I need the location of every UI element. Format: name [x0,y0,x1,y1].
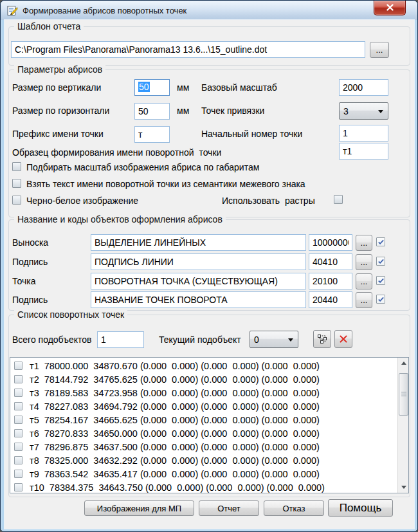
vertical-size-value: 50 [138,82,150,92]
object-browse-button[interactable]: ... [356,235,372,251]
object-enabled-checkbox[interactable] [376,276,385,285]
point-checkbox[interactable] [14,483,23,491]
images-for-mp-button[interactable]: Изображения для МП [84,500,194,516]
list-item[interactable]: т8 78325.000 34632.292 (0.000 0.000) (0.… [10,454,397,467]
list-item[interactable]: т7 78296.875 34637.500 (0.000 0.000) (0.… [10,440,397,454]
object-code-input[interactable] [309,253,352,270]
list-item[interactable]: т4 78227.083 34694.792 (0.000 0.000) (0.… [10,399,397,413]
close-button[interactable] [374,1,406,15]
horizontal-size-label: Размер по горизонтали [12,105,109,116]
point-checkbox[interactable] [14,429,23,437]
template-browse-button[interactable]: ... [370,42,389,58]
list-item[interactable]: т1 78000.000 34870.670 (0.000 0.000) (0.… [10,359,397,372]
scroll-down-icon [401,486,406,489]
list-item[interactable]: т9 78363.542 34635.417 (0.000 0.000) (0.… [10,467,397,481]
fit-scale-checkbox[interactable] [12,162,21,171]
point-checkbox[interactable] [14,375,23,383]
close-icon [386,2,394,14]
check-icon [377,258,385,265]
cancel-button[interactable]: Отказ [264,500,324,516]
objects-group-title: Название и коды объектов оформления абри… [14,214,226,225]
points-group-title: Список поворотных точек [14,309,127,320]
list-item[interactable]: т6 78270.833 34650.000 (0.000 0.000) (0.… [10,427,397,440]
dialog-client-area: Шаблон отчета ... Параметры абрисов Разм… [5,20,414,529]
current-subobject-select[interactable]: 0 [250,331,298,348]
list-item[interactable]: т5 78254.167 34665.625 (0.000 0.000) (0.… [10,413,397,427]
prefix-label: Префикс имени точки [12,129,104,139]
scroll-up-button[interactable] [398,358,409,369]
delete-subobject-button[interactable] [334,330,352,348]
object-enabled-checkbox[interactable] [376,295,385,304]
check-icon [377,239,385,246]
scroll-up-icon [401,362,406,365]
base-scale-label: Базовый масштаб [201,82,277,93]
name-from-semantics-checkbox[interactable] [12,179,21,188]
point-text: т2 78144.792 34765.625 (0.000 0.000) (0.… [30,374,320,385]
template-path-input[interactable] [11,41,365,58]
vertical-size-unit: мм [177,82,189,93]
sample-name-label: Образец формирования имени поворотной то… [12,147,221,158]
help-button[interactable]: Помощь [328,499,393,517]
object-name-input[interactable] [91,291,306,308]
object-name-input[interactable] [91,273,306,289]
sample-name-input[interactable] [339,143,388,160]
object-name-input[interactable] [91,253,306,270]
point-checkbox[interactable] [14,362,23,370]
object-code-input[interactable] [309,291,352,308]
black-white-checkbox[interactable] [12,196,21,205]
point-text: т3 78189.583 34723.958 (0.000 0.000) (0.… [30,388,320,398]
object-browse-button[interactable]: ... [356,273,372,289]
object-enabled-checkbox[interactable] [376,257,385,266]
dialog-window: Формирование абрисов поворотных точек Ша… [0,0,418,532]
anchor-points-label: Точек привязки [201,105,264,116]
object-enabled-checkbox[interactable] [376,237,385,246]
object-browse-button[interactable]: ... [356,292,372,308]
prefix-input[interactable] [134,126,170,143]
point-text: т9 78363.542 34635.417 (0.000 0.000) (0.… [30,469,320,479]
list-item[interactable]: т2 78144.792 34765.625 (0.000 0.000) (0.… [10,372,397,386]
base-scale-input[interactable] [339,79,388,96]
object-code-input[interactable] [309,273,352,289]
title-bar[interactable]: Формирование абрисов поворотных точек [1,1,417,20]
scroll-down-button[interactable] [398,482,409,493]
start-number-label: Начальный номер точки [201,129,302,139]
list-item[interactable]: т10 78384.375 34643.750 (0.000 0.000) (0… [10,481,397,493]
red-x-icon [338,334,349,344]
select-subobject-button[interactable] [313,330,331,348]
object-code-input[interactable] [309,234,352,251]
fit-scale-label: Подбирать масштаб изображения абриса по … [26,162,259,172]
report-button[interactable]: Отчет [199,500,259,516]
point-checkbox[interactable] [14,470,23,478]
point-checkbox[interactable] [14,443,23,451]
point-text: т6 78270.833 34650.000 (0.000 0.000) (0.… [30,428,320,439]
point-checkbox[interactable] [14,402,23,410]
window-title: Формирование абрисов поворотных точек [23,6,186,15]
chevron-down-icon [378,110,383,113]
point-checkbox[interactable] [14,456,23,464]
object-browse-button[interactable]: ... [356,254,372,270]
point-checkbox[interactable] [14,416,23,424]
object-row-label: Выноска [12,237,48,248]
object-name-input[interactable] [91,234,306,251]
name-from-semantics-label: Взять текст имени поворотной точки из се… [26,179,305,189]
vertical-size-input[interactable]: 50 [134,79,170,96]
points-listbox[interactable]: т1 78000.000 34870.670 (0.000 0.000) (0.… [10,357,409,493]
scrollbar-thumb[interactable] [399,373,408,416]
point-text: т7 78296.875 34637.500 (0.000 0.000) (0.… [30,442,320,452]
check-icon [377,296,385,303]
scrollbar-grip-icon [401,392,406,397]
total-subobjects-input[interactable] [97,331,144,348]
point-text: т1 78000.000 34870.670 (0.000 0.000) (0.… [30,361,320,371]
list-item[interactable]: т3 78189.583 34723.958 (0.000 0.000) (0.… [10,386,397,399]
horizontal-size-input[interactable] [134,103,170,120]
anchor-points-select[interactable]: 3 [339,102,388,120]
use-rasters-checkbox[interactable] [334,195,343,204]
vertical-size-label: Размер по вертикали [12,82,101,93]
vertical-scrollbar[interactable] [397,358,408,493]
object-row-label: Точка [12,276,35,286]
point-checkbox[interactable] [14,389,23,397]
start-number-input[interactable] [339,125,388,142]
current-subobject-value: 0 [254,335,259,345]
point-text: т8 78325.000 34632.292 (0.000 0.000) (0.… [30,455,320,466]
app-icon [7,5,18,16]
